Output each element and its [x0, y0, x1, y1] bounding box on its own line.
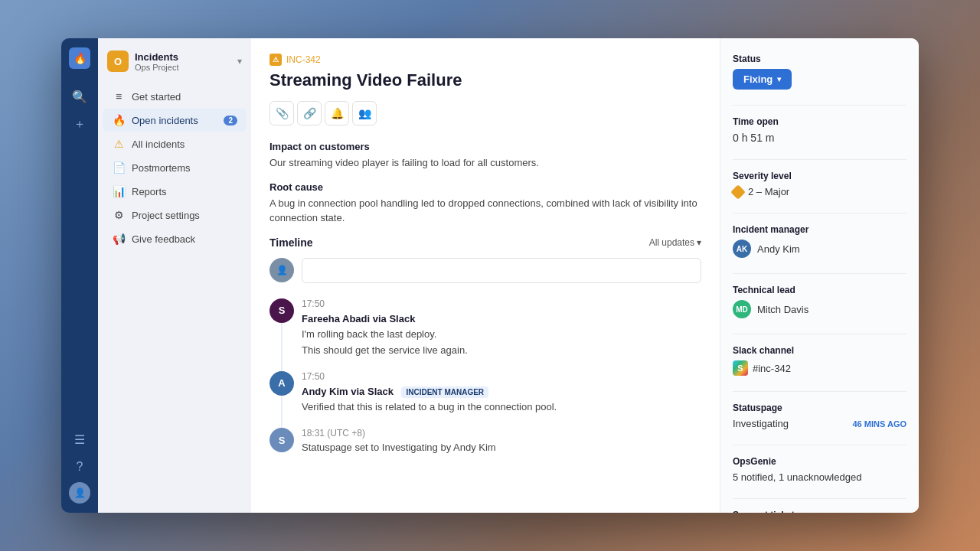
get-started-icon: ≡	[112, 90, 126, 103]
incident-manager-badge: INCIDENT MANAGER	[401, 386, 488, 398]
statuspage-row: Investigating 46 MINS AGO	[733, 418, 906, 429]
project-settings-icon: ⚙	[112, 209, 126, 221]
event-avatar-user: A	[270, 371, 294, 396]
severity-label: Severity level	[733, 171, 906, 181]
incident-manager-label: Incident manager	[733, 224, 906, 235]
timeline-header: Timeline All updates ▾	[270, 236, 701, 249]
root-cause-text: A bug in connection pool handling led to…	[270, 196, 701, 226]
sidebar-item-all-incidents[interactable]: ⚠ All incidents	[103, 132, 247, 155]
sidebar-nav: ≡ Get started 🔥 Open incidents 2 ⚠ All i…	[98, 78, 251, 257]
opsgenie-section: OpsGenie 5 notified, 1 unacknowledged	[733, 456, 906, 483]
status-button[interactable]: Fixing ▾	[733, 69, 792, 90]
event-body-2: 17:50 Andy Kim via Slack INCIDENT MANAGE…	[302, 371, 701, 414]
incident-id-text: INC-342	[286, 54, 321, 65]
event-time-2: 17:50	[302, 371, 701, 382]
incident-manager-row: AK Andy Kim	[733, 240, 906, 258]
sidebar-item-label: Give feedback	[132, 233, 195, 245]
sidebar-item-label: All incidents	[132, 139, 185, 150]
user-avatar[interactable]: 👤	[69, 482, 90, 504]
add-icon[interactable]: ＋	[67, 112, 92, 136]
event-body-3: 18:31 (UTC +8) Statuspage set to Investi…	[302, 428, 701, 455]
incident-title: Streaming Video Failure	[270, 70, 701, 90]
divider-5	[733, 334, 906, 334]
statuspage-time: 46 MINS AGO	[853, 419, 907, 429]
timeline-title: Timeline	[270, 236, 313, 249]
divider-6	[733, 391, 906, 392]
attach-button[interactable]: 📎	[270, 101, 294, 126]
support-tickets-label: Support tickets	[733, 510, 906, 513]
divider-3	[733, 213, 906, 214]
event-time-3: 18:31 (UTC +8)	[302, 428, 701, 439]
slack-channel-label: Slack channel	[733, 345, 906, 356]
timeline-filter[interactable]: All updates ▾	[649, 237, 701, 248]
project-header[interactable]: O Incidents Ops Project ▾	[98, 44, 251, 78]
event-avatar-status: S	[270, 428, 294, 452]
link-button[interactable]: 🔗	[297, 101, 322, 126]
sidebar-item-reports[interactable]: 📊 Reports	[103, 180, 247, 203]
technical-lead-section: Technical lead MD Mitch Davis	[733, 285, 906, 318]
alert-button[interactable]: 🔔	[325, 101, 349, 126]
brand-icon[interactable]: 🔥	[69, 47, 90, 69]
impact-text: Our streaming video player is failing to…	[270, 155, 701, 171]
sidebar-item-open-incidents[interactable]: 🔥 Open incidents 2	[103, 109, 247, 132]
status-section: Status Fixing ▾	[733, 54, 906, 90]
timeline-event-2: A 17:50 Andy Kim via Slack INCIDENT MANA…	[270, 371, 701, 414]
event-body: 17:50 Fareeha Abadi via Slack I'm rollin…	[302, 298, 701, 357]
divider-7	[733, 445, 906, 445]
impact-label: Impact on customers	[270, 141, 701, 152]
technical-lead-avatar: MD	[733, 300, 751, 318]
timeline-input-row: 👤	[270, 258, 701, 283]
statuspage-status: Investigating	[733, 418, 789, 429]
event-avatar-slack: S	[270, 298, 294, 323]
timeline-input[interactable]	[302, 258, 701, 283]
chevron-down-icon: ▾	[697, 237, 701, 248]
sidebar-item-postmortems[interactable]: 📄 Postmortems	[103, 156, 247, 179]
incident-manager-avatar: AK	[733, 240, 751, 258]
toolbar: 📎 🔗 🔔 👥	[270, 101, 701, 126]
open-incidents-badge: 2	[224, 116, 237, 126]
sidebar-item-get-started[interactable]: ≡ Get started	[103, 85, 247, 108]
project-name: Incidents	[135, 51, 231, 63]
search-icon[interactable]: 🔍	[67, 84, 92, 109]
severity-section: Severity level 2 – Major	[733, 171, 906, 197]
menu-icon[interactable]: ☰	[67, 427, 92, 452]
give-feedback-icon: 📢	[112, 233, 126, 245]
severity-row: 2 – Major	[733, 186, 906, 197]
sidebar-item-label: Project settings	[132, 210, 200, 221]
project-info: Incidents Ops Project	[135, 51, 231, 72]
opsgenie-value: 5 notified, 1 unacknowledged	[733, 471, 906, 483]
root-cause-label: Root cause	[270, 181, 701, 193]
incident-manager-section: Incident manager AK Andy Kim	[733, 224, 906, 258]
statuspage-section: Statuspage Investigating 46 MINS AGO	[733, 403, 906, 429]
technical-lead-row: MD Mitch Davis	[733, 300, 906, 318]
app-window: 🔥 🔍 ＋ ☰ ? 👤 O Incidents Ops Project ▾ ≡ …	[61, 38, 919, 513]
chevron-down-icon: ▾	[777, 75, 781, 83]
event-text-line1: I'm rolling back the last deploy.	[302, 328, 701, 341]
help-icon[interactable]: ?	[67, 455, 92, 479]
sidebar-item-project-settings[interactable]: ⚙ Project settings	[103, 204, 247, 227]
open-incidents-icon: 🔥	[112, 114, 126, 126]
icon-rail: 🔥 🔍 ＋ ☰ ? 👤	[61, 38, 98, 513]
sidebar-item-give-feedback[interactable]: 📢 Give feedback	[103, 227, 247, 250]
sidebar-item-label: Open incidents	[132, 115, 198, 126]
technical-lead-label: Technical lead	[733, 285, 906, 295]
sidebar-item-label: Get started	[132, 91, 181, 103]
postmortems-icon: 📄	[112, 161, 126, 174]
time-open-value: 0 h 51 m	[733, 132, 906, 144]
event-sender-row: Fareeha Abadi via Slack	[302, 311, 701, 325]
incident-id-icon: ⚠	[270, 54, 282, 66]
sidebar: O Incidents Ops Project ▾ ≡ Get started …	[98, 38, 251, 513]
project-icon: O	[107, 51, 129, 72]
all-incidents-icon: ⚠	[112, 138, 126, 150]
main-content: ⚠ INC-342 Streaming Video Failure 📎 🔗 🔔 …	[251, 38, 919, 513]
slack-icon: S	[733, 360, 748, 376]
timeline-event-3: S 18:31 (UTC +8) Statuspage set to Inves…	[270, 428, 701, 455]
divider-4	[733, 273, 906, 274]
sidebar-item-label: Reports	[132, 186, 167, 197]
right-panel: Status Fixing ▾ Time open 0 h 51 m Sever…	[720, 38, 919, 513]
incident-body: ⚠ INC-342 Streaming Video Failure 📎 🔗 🔔 …	[251, 38, 720, 513]
event-text-line2: This should get the service live again.	[302, 344, 701, 357]
support-tickets-section: Support tickets 234	[733, 510, 906, 513]
user-add-button[interactable]: 👥	[352, 101, 377, 126]
event-sender-2: Andy Kim via Slack	[302, 386, 394, 397]
